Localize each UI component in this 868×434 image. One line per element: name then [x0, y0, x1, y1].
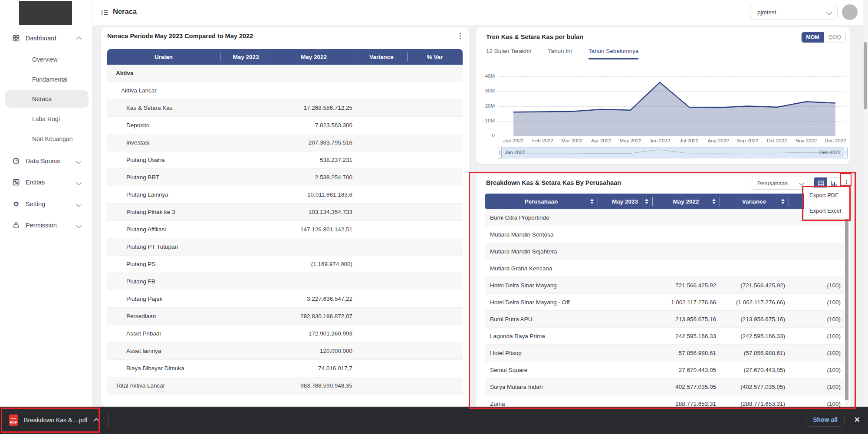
neraca-table-row: Piutang PS(1.169.974.000): [107, 256, 463, 273]
slider-right-handle[interactable]: [844, 147, 848, 159]
neraca-table-row: Asset lainnya120.000.000: [107, 342, 463, 360]
sidebar-subitem-non-keuangan[interactable]: Non Keuangan: [5, 130, 89, 148]
y-tick-label: 10M: [477, 118, 495, 123]
breakdown-cell-may2022: 1.002.117.276,66: [652, 299, 720, 306]
neraca-row-label: Total Aktiva Lancar: [107, 382, 220, 389]
breakdown-cell-variance: (57.856.988,61): [720, 350, 789, 356]
neraca-cell-may2022: 2.538.254.700: [272, 174, 356, 181]
sidebar-item-permission[interactable]: Permission: [0, 216, 92, 235]
neraca-cell-may2022: 10.011.861.183,6: [272, 191, 356, 198]
page-title: Neraca: [113, 7, 137, 16]
breakdown-column-header-may-2023[interactable]: May 2023: [598, 194, 652, 209]
window-scrollbar: [863, 0, 868, 407]
user-select-value: pjmtest: [757, 9, 776, 16]
neraca-table-row: Persediaan292.830.196.872,07: [107, 308, 463, 325]
breakdown-column-label: May 2022: [673, 198, 699, 205]
breakdown-filter-select[interactable]: Perusahaan: [752, 177, 808, 190]
sidebar-item-setting[interactable]: ⚙ Setting: [0, 194, 92, 214]
sort-up-arrow: [781, 199, 785, 201]
tab-tahun-ini[interactable]: Tahun Ini: [548, 48, 572, 59]
toggle-mom-button[interactable]: MOM: [802, 32, 824, 43]
user-select[interactable]: pjmtest: [750, 5, 838, 20]
sidebar-item-label: Entitas: [26, 179, 45, 186]
y-tick-label: 0: [477, 133, 495, 138]
breakdown-row-label: Zuma: [485, 401, 598, 407]
neraca-cell-may2022: (1.169.974.000): [272, 261, 356, 267]
breakdown-card-title: Breakdown Kas & Setara Kas By Perusahaan: [486, 179, 621, 186]
breakdown-table-header: PerusahaanMay 2023May 2022Variance: [485, 194, 844, 209]
neraca-row-label: Piutang Pihak ke 3: [107, 209, 220, 215]
sidebar-subitem-neraca[interactable]: Neraca: [5, 90, 89, 108]
breakdown-cell-pct_var: (100): [789, 367, 844, 373]
lock-icon: [12, 221, 20, 229]
window-scrollbar-thumb[interactable]: [864, 42, 867, 109]
sort-down-arrow: [645, 202, 648, 204]
slider-left-handle[interactable]: [498, 147, 502, 159]
x-tick-label: May 2022: [615, 138, 646, 143]
neraca-table-row: Asset Pribadi172.901.260.993: [107, 325, 463, 342]
dashboard-grid-icon: [12, 34, 20, 42]
neraca-row-label: Piutang Affiliasi: [107, 226, 220, 233]
sidebar-item-label: Permission: [26, 222, 57, 229]
breakdown-row-label: Bumi Putra APU: [485, 316, 598, 322]
breakdown-column-header-perusahaan[interactable]: Perusahaan: [485, 194, 598, 209]
show-all-button[interactable]: Show all: [806, 413, 845, 427]
sidebar-item-entitas[interactable]: Entitas: [0, 173, 92, 192]
toggle-qoq-button[interactable]: QOQ: [824, 32, 845, 43]
neraca-row-label: Piutang PT Tutupan: [107, 243, 220, 250]
breakdown-column-header-may-2022[interactable]: May 2022: [652, 194, 720, 209]
chevron-up-icon[interactable]: [93, 418, 99, 424]
neraca-cell-may2022: 172.901.260.993: [272, 330, 356, 337]
x-tick-label: Nov 2022: [791, 138, 822, 143]
neraca-row-label: Asset Pribadi: [107, 330, 220, 337]
menu-fold-icon[interactable]: [101, 9, 108, 16]
x-tick-label: Mar 2022: [557, 138, 587, 143]
export-pdf-menu-item[interactable]: Export PDF: [804, 187, 849, 203]
sidebar-subitem-fundamental[interactable]: Fundamental: [5, 71, 89, 88]
sidebar-item-dashboard[interactable]: Dashboard: [0, 29, 92, 48]
sort-icon: [781, 199, 785, 204]
neraca-table-row: Deposito7.823.563.300: [107, 117, 463, 134]
sliders-icon: [12, 178, 20, 186]
export-excel-menu-item[interactable]: Export Excel: [804, 203, 849, 219]
breakdown-card: Breakdown Kas & Setara Kas By Perusahaan…: [476, 174, 850, 407]
x-tick-label: Sep 2022: [733, 138, 763, 143]
breakdown-cell-may2022: 721.566.425,92: [652, 282, 720, 289]
tren-card: Tren Kas & Setara Kas per bulan MOM QOQ …: [476, 27, 850, 164]
breakdown-table-row: Lagonda Raya Prima242.595.166,33(242.595…: [485, 328, 844, 345]
x-tick-label: Feb 2022: [527, 138, 558, 143]
tab-tahun-sebelumnya[interactable]: Tahun Sebelumnya: [589, 48, 639, 59]
slider-silhouette-line: [514, 150, 832, 154]
slider-start-label: Jan 2022: [505, 150, 525, 155]
avatar[interactable]: [842, 4, 858, 20]
sidebar-subitem-laba-rugi[interactable]: Laba Rugi: [5, 110, 89, 128]
neraca-row-label: Piutang BRT: [107, 174, 220, 181]
breakdown-cell-may2022: 402.577.035,05: [652, 384, 720, 390]
breakdown-table-row: Hotel Pitsop57.856.988,61(57.856.988,61)…: [485, 345, 844, 362]
download-item[interactable]: PDF Breakdown Kas &....pdf: [2, 409, 99, 431]
neraca-table-row: Piutang Usaha538.237.231: [107, 151, 463, 169]
close-download-bar-icon[interactable]: ✕: [854, 415, 860, 424]
neraca-cell-may2022: 3.227.636.547,22: [272, 296, 356, 302]
neraca-column-label: Uraian: [155, 54, 173, 60]
sidebar-item-data-source[interactable]: Data Source: [0, 151, 92, 171]
period-toggle: MOM QOQ: [801, 32, 846, 43]
app-logo: [19, 1, 72, 25]
neraca-table-header: UraianMay 2023May 2022Variance% Var: [107, 49, 463, 65]
kebab-menu-icon[interactable]: ⋮: [456, 31, 464, 40]
breakdown-cell-variance: (721.566.425,92): [720, 282, 789, 289]
breakdown-scrollbar-thumb[interactable]: [845, 197, 848, 400]
sidebar-subitem-overview[interactable]: Overview: [5, 51, 89, 68]
breakdown-cell-pct_var: (100): [789, 333, 844, 339]
column-divider: [407, 53, 408, 61]
breakdown-cell-may2022: 57.856.988,61: [652, 350, 720, 356]
tab-12-bulan-terakhir[interactable]: 12 Bulan Terakhir: [486, 48, 532, 59]
sort-up-arrow: [590, 199, 594, 201]
breakdown-column-header-variance[interactable]: Variance: [720, 194, 789, 209]
neraca-card-header: Neraca Periode May 2023 Compared to May …: [101, 27, 469, 45]
breakdown-column-label: Variance: [742, 198, 766, 205]
chart-range-slider[interactable]: Jan 2022 Dec 2022: [498, 147, 847, 158]
breakdown-cell-pct_var: (100): [789, 316, 844, 322]
breakdown-cell-may2022: 27.670.443,05: [652, 367, 720, 373]
breakdown-table-row: Bumi Citra Propertindo: [485, 209, 844, 226]
